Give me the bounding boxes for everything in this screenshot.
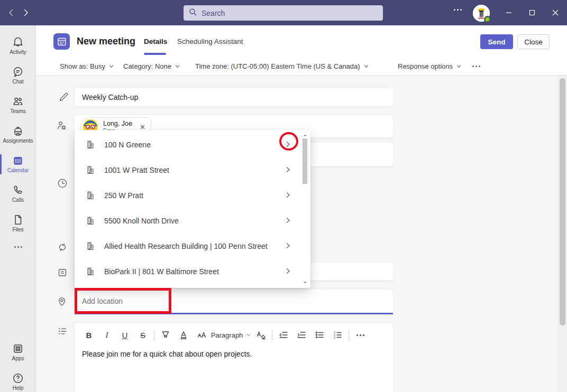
scroll-down-icon[interactable] (303, 281, 307, 285)
options-bar: Show as: Busy Category: None Time zone: … (36, 58, 567, 76)
sidebar-item-calendar[interactable]: Calendar (0, 150, 36, 178)
chat-icon (12, 66, 24, 78)
annotation-red-circle (279, 132, 298, 151)
sidebar-item-teams[interactable]: Teams (0, 91, 36, 118)
phone-icon (12, 184, 24, 197)
time-icon (57, 178, 68, 191)
main-panel: New meeting Details Scheduling Assistant… (36, 25, 567, 392)
category-dropdown[interactable]: Category: None (123, 62, 180, 70)
toolbar-divider (272, 330, 272, 340)
chevron-right-icon[interactable] (284, 191, 291, 201)
editor-toolbar: B I U S Paragraph (80, 326, 369, 343)
building-icon (85, 190, 96, 201)
bold-button[interactable]: B (80, 327, 98, 343)
annotation-red-rectangle (75, 288, 171, 314)
people-icon (12, 95, 24, 108)
back-icon[interactable] (6, 7, 17, 18)
show-as-dropdown[interactable]: Show as: Busy (60, 62, 114, 70)
font-size-button[interactable] (193, 327, 211, 343)
avatar[interactable]: ✓ (473, 5, 490, 22)
page-title: New meeting (77, 36, 135, 47)
scroll-up-icon[interactable] (303, 133, 307, 137)
sidebar-item-chat[interactable]: Chat (0, 61, 36, 89)
close-button[interactable]: Close (517, 34, 550, 49)
location-suggestion-item[interactable]: 1001 W Pratt Street (75, 157, 310, 183)
sidebar-item-apps[interactable]: Apps (0, 338, 36, 366)
underline-button[interactable]: U (116, 327, 134, 343)
bell-icon (12, 36, 24, 49)
search-placeholder: Search (202, 9, 225, 17)
chevron-down-icon (246, 332, 251, 338)
location-suggestions-dropdown: 100 N Greene 1001 W Pratt Street 250 W P… (75, 130, 310, 288)
building-icon (85, 216, 96, 226)
indent-button[interactable] (292, 327, 310, 343)
attendee-name: Long, Joe (103, 120, 132, 127)
search-input[interactable]: Search (184, 5, 383, 21)
help-icon (12, 372, 24, 385)
building-icon (85, 139, 96, 150)
building-icon (85, 266, 96, 277)
description-editor[interactable]: B I U S Paragraph (75, 323, 393, 392)
building-icon (85, 241, 96, 251)
response-options-dropdown[interactable]: Response options (398, 62, 462, 70)
chevron-down-icon (108, 63, 114, 69)
editor-more-icon[interactable] (351, 327, 369, 343)
tab-active-underline (144, 53, 166, 55)
main-scrollbar[interactable] (557, 76, 567, 392)
meeting-calendar-icon (53, 33, 70, 50)
location-suggestion-item[interactable]: 100 N Greene (75, 132, 310, 157)
italic-button[interactable]: I (98, 327, 116, 343)
dropdown-scrollbar[interactable] (301, 132, 309, 286)
active-indicator (0, 154, 2, 174)
paragraph-dropdown[interactable]: Paragraph (211, 327, 252, 343)
bullet-list-button[interactable] (310, 327, 328, 343)
sidebar-item-activity[interactable]: Activity (0, 32, 36, 59)
location-suggestion-item[interactable]: BioPark II | 801 W Baltimore Street (75, 259, 310, 284)
sidebar-item-calls[interactable]: Calls (0, 180, 36, 207)
chevron-right-icon[interactable] (284, 267, 291, 277)
chevron-right-icon[interactable] (284, 217, 291, 226)
maximize-button[interactable] (525, 6, 539, 19)
tab-scheduling-assistant[interactable]: Scheduling Assistant (177, 38, 243, 45)
file-icon (12, 213, 24, 226)
sidebar-item-assignments[interactable]: Assignments (0, 120, 36, 148)
forward-icon[interactable] (20, 7, 31, 18)
location-suggestion-item[interactable]: 5500 Knoll North Drive (75, 208, 310, 234)
timezone-dropdown[interactable]: Time zone: (UTC-05:00) Eastern Time (US … (195, 62, 369, 70)
titlebar: Search ✓ (0, 0, 567, 25)
location-suggestion-item[interactable]: Allied Health Research Building | 100 Pe… (75, 234, 310, 259)
channel-icon (57, 267, 68, 281)
location-icon (56, 296, 68, 310)
outdent-button[interactable] (275, 327, 292, 343)
options-more-icon[interactable] (472, 66, 480, 67)
sidebar-item-files[interactable]: Files (0, 209, 36, 237)
chevron-down-icon (175, 63, 180, 69)
titlebar-more-icon[interactable] (454, 9, 462, 11)
main-scroll-thumb[interactable] (560, 78, 565, 325)
numbered-list-button[interactable]: 123 (328, 327, 346, 343)
location-suggestion-item[interactable]: 250 W Pratt (75, 183, 310, 208)
toolbar-divider (349, 330, 349, 340)
description-icon (57, 325, 68, 339)
sidebar-more-icon[interactable] (0, 239, 36, 255)
strikethrough-button[interactable]: S (134, 327, 152, 343)
close-window-button[interactable] (548, 6, 563, 19)
meeting-title-input[interactable]: Weekly Catch-up (75, 88, 393, 106)
minimize-button[interactable] (501, 6, 516, 19)
teams-window: Search ✓ Activity (0, 0, 567, 392)
chevron-right-icon[interactable] (284, 242, 291, 251)
add-attendees-icon (56, 119, 67, 133)
description-text: Please join me for a quick chat about op… (82, 350, 252, 358)
tab-details[interactable]: Details (144, 38, 167, 45)
clear-format-button[interactable] (252, 327, 270, 343)
dropdown-scroll-thumb[interactable] (303, 138, 307, 184)
search-icon (189, 8, 197, 18)
font-color-button[interactable] (175, 327, 193, 343)
backpack-icon (12, 125, 24, 137)
send-button[interactable]: Send (480, 34, 513, 49)
highlight-button[interactable] (157, 327, 175, 343)
chevron-right-icon[interactable] (284, 166, 291, 175)
chevron-down-icon (363, 63, 369, 69)
sidebar-item-help[interactable]: Help (0, 368, 36, 392)
app-rail: Activity Chat Teams Assignments Calendar… (0, 25, 36, 392)
